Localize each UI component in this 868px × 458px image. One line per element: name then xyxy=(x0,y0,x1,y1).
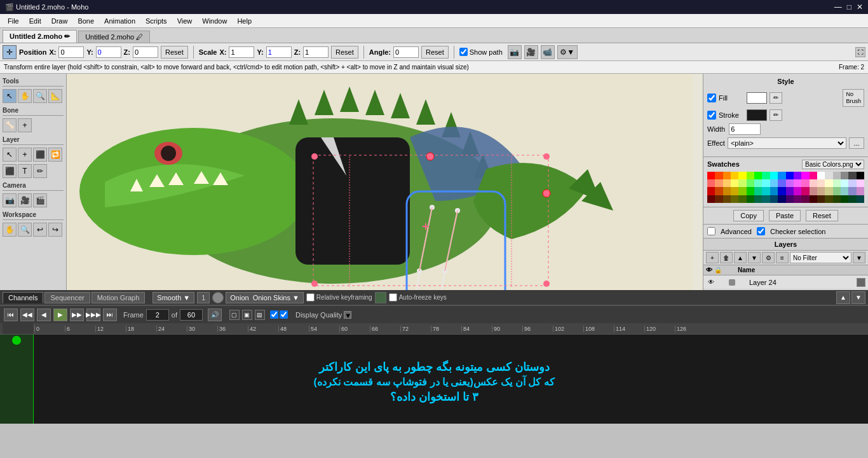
z-input[interactable] xyxy=(133,46,158,58)
color-cell-11[interactable] xyxy=(794,172,801,179)
color-cell-61[interactable] xyxy=(715,195,722,203)
color-cell-79[interactable] xyxy=(857,195,864,203)
color-cell-49[interactable] xyxy=(778,187,785,195)
frame-input[interactable] xyxy=(146,309,169,321)
color-cell-27[interactable] xyxy=(762,179,770,187)
no-brush-button[interactable]: NoBrush xyxy=(843,89,864,107)
color-cell-15[interactable] xyxy=(825,172,832,179)
transform-tool-icon[interactable]: ✛ xyxy=(3,45,17,59)
workspace-zoom-tool[interactable]: 🔍 xyxy=(18,223,32,237)
color-cell-52[interactable] xyxy=(801,187,809,195)
layer-eye-layer24[interactable]: 👁 xyxy=(706,277,716,288)
y-input[interactable] xyxy=(96,46,121,58)
select-tool[interactable]: ↖ xyxy=(3,89,17,103)
smooth-button[interactable]: Smooth ▼ xyxy=(153,292,194,303)
color-cell-23[interactable] xyxy=(731,179,738,187)
color-cell-12[interactable] xyxy=(801,172,809,179)
color-cell-43[interactable] xyxy=(731,187,738,195)
color-cell-45[interactable] xyxy=(747,187,754,195)
color-cell-5[interactable] xyxy=(747,172,754,179)
color-cell-76[interactable] xyxy=(833,195,841,203)
layer-select-tool[interactable]: ↖ xyxy=(3,148,17,162)
color-cell-29[interactable] xyxy=(778,179,785,187)
color-cell-74[interactable] xyxy=(817,195,825,203)
color-cell-55[interactable] xyxy=(825,187,832,195)
color-cell-26[interactable] xyxy=(754,179,762,187)
layer-pen-tool[interactable]: ✏ xyxy=(33,164,47,178)
add-bone-tool[interactable]: + xyxy=(18,118,32,132)
ruler-tool[interactable]: 📐 xyxy=(48,89,62,103)
color-cell-1[interactable] xyxy=(715,172,722,179)
layer-rotate-tool[interactable]: 🔁 xyxy=(48,148,62,162)
color-cell-64[interactable] xyxy=(738,195,746,203)
color-cell-3[interactable] xyxy=(731,172,738,179)
stroke-color-picker-icon[interactable]: ✏ xyxy=(770,109,782,121)
menu-item-animation[interactable]: Animation xyxy=(99,16,140,26)
menu-item-edit[interactable]: Edit xyxy=(24,16,46,26)
layer-lock-layer24[interactable] xyxy=(717,278,726,287)
fill-color-picker-icon[interactable]: ✏ xyxy=(770,92,782,104)
camera-icon-1[interactable]: 📷 xyxy=(508,45,522,59)
color-cell-14[interactable] xyxy=(817,172,825,179)
next-frame-button[interactable]: ▶▶ xyxy=(70,309,84,321)
color-cell-66[interactable] xyxy=(754,195,762,203)
color-cell-25[interactable] xyxy=(747,179,754,187)
color-cell-2[interactable] xyxy=(723,172,731,179)
color-cell-68[interactable] xyxy=(770,195,778,203)
color-cell-30[interactable] xyxy=(786,179,794,187)
layers-settings-button[interactable]: ⚙ xyxy=(762,252,775,263)
camera-icon-2[interactable]: 🎥 xyxy=(524,45,538,59)
onion-toggle[interactable] xyxy=(212,292,224,303)
color-cell-63[interactable] xyxy=(731,195,738,203)
onion-skins-button[interactable]: Onion Onion Skins ▼ xyxy=(226,292,304,303)
color-cell-7[interactable] xyxy=(762,172,770,179)
color-cell-59[interactable] xyxy=(857,187,864,195)
layer-square-tool[interactable]: ⬛ xyxy=(3,164,17,178)
hand-tool[interactable]: ✋ xyxy=(18,89,32,103)
tab-motion-graph[interactable]: Motion Graph xyxy=(92,292,146,303)
minimize-button[interactable]: — xyxy=(834,3,842,11)
color-cell-40[interactable] xyxy=(707,187,715,195)
color-cell-72[interactable] xyxy=(801,195,809,203)
camera-tool-3[interactable]: 🎬 xyxy=(33,193,47,207)
maximize-button[interactable]: □ xyxy=(847,3,851,11)
color-cell-50[interactable] xyxy=(786,187,794,195)
color-cell-28[interactable] xyxy=(770,179,778,187)
layer-rect-tool[interactable]: ⬛ xyxy=(33,148,47,162)
color-cell-54[interactable] xyxy=(817,187,825,195)
display-quality-dropdown[interactable]: ▼ xyxy=(344,311,351,319)
color-cell-19[interactable] xyxy=(857,172,864,179)
stroke-checkbox[interactable] xyxy=(707,111,716,120)
color-cell-20[interactable] xyxy=(707,179,715,187)
advanced-checkbox[interactable] xyxy=(707,227,715,235)
fill-checkbox[interactable] xyxy=(707,94,716,102)
go-to-end-button[interactable]: ⏭ xyxy=(103,309,117,321)
layer-row-layer24[interactable]: 👁Layer 24 xyxy=(703,275,868,289)
tab-sequencer[interactable]: Sequencer xyxy=(44,292,90,303)
layer-text-tool[interactable]: T xyxy=(18,164,32,178)
color-cell-17[interactable] xyxy=(841,172,848,179)
layer-add-tool[interactable]: + xyxy=(18,148,32,162)
color-cell-35[interactable] xyxy=(825,179,832,187)
camera-tool-1[interactable]: 📷 xyxy=(3,193,17,207)
color-cell-41[interactable] xyxy=(715,187,722,195)
tab-channels[interactable]: Channels xyxy=(3,292,43,303)
color-cell-4[interactable] xyxy=(738,172,746,179)
color-cell-10[interactable] xyxy=(786,172,794,179)
prev-frame-button[interactable]: ◀ xyxy=(37,309,51,321)
color-cell-48[interactable] xyxy=(770,187,778,195)
color-cell-31[interactable] xyxy=(794,179,801,187)
color-cell-57[interactable] xyxy=(841,187,848,195)
close-button[interactable]: ✕ xyxy=(857,3,863,11)
menu-item-help[interactable]: Help xyxy=(232,16,257,26)
color-cell-67[interactable] xyxy=(762,195,770,203)
layers-more-button[interactable]: ≡ xyxy=(776,252,789,263)
playback-check-2[interactable] xyxy=(280,310,288,319)
layers-move-up-button[interactable]: ▲ xyxy=(734,252,747,263)
sx-input[interactable] xyxy=(229,46,254,58)
copy-button[interactable]: Copy xyxy=(733,210,764,221)
color-cell-42[interactable] xyxy=(723,187,731,195)
reset-color-button[interactable]: Reset xyxy=(806,210,838,221)
x-input[interactable] xyxy=(58,46,84,58)
fill-color-swatch[interactable] xyxy=(747,92,767,104)
